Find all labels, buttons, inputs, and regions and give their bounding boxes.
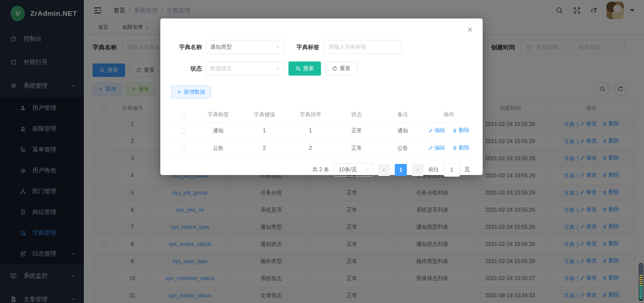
actions-cell: 编辑 删除: [426, 139, 472, 157]
prev-page-button[interactable]: [378, 164, 390, 176]
modal-pagination: 共 2 条 10条/页 1 前往 页: [171, 163, 472, 177]
modal-form-row-2: 状态 数据状态 搜索 重置: [171, 61, 472, 76]
dict-label-cell: 公告: [195, 139, 241, 157]
dict-value-cell: 2: [241, 139, 288, 157]
modal-dict-label-input[interactable]: [323, 40, 402, 54]
modal-header-remark: 备注: [380, 108, 426, 122]
remark-cell: 通知: [380, 122, 426, 139]
dict-value-cell: 1: [241, 122, 288, 139]
minimap-segment: [639, 286, 643, 300]
row-select-cell: [171, 122, 195, 139]
chevron-down-icon: [275, 45, 280, 49]
page-size-select[interactable]: 10条/页: [334, 163, 373, 177]
modal-status-select[interactable]: 数据状态: [206, 61, 284, 76]
modal-dict-name-select[interactable]: 通知类型: [206, 40, 284, 54]
jump-page-input[interactable]: [444, 163, 460, 177]
row-edit-link[interactable]: 编辑: [428, 144, 445, 152]
dict-sort-cell: 1: [287, 122, 334, 139]
chevron-down-icon: [365, 168, 370, 172]
modal-header-select-all: [171, 108, 195, 122]
modal-table-header-row: 字典标签 字典键值 字典排序 状态 备注 操作: [171, 108, 472, 122]
dict-data-dialog: × 字典名称 通知类型 字典标签 状态 数据状态 搜索 重置: [160, 18, 483, 175]
minimap-segment: [639, 264, 643, 275]
actions-cell: 编辑 删除: [426, 122, 472, 139]
select-all-checkbox[interactable]: [180, 113, 186, 118]
modal-status-label: 状态: [171, 65, 202, 73]
modal-header-label: 字典标签: [195, 108, 241, 122]
modal-table-row: 通知 1 1 正常 通知 编辑 删除: [171, 122, 472, 139]
row-delete-link[interactable]: 删除: [452, 144, 469, 152]
row-delete-link[interactable]: 删除: [452, 127, 469, 134]
modal-header-actions: 操作: [426, 108, 472, 122]
row-checkbox[interactable]: [180, 128, 186, 134]
chevron-down-icon: [275, 66, 280, 71]
close-icon[interactable]: ×: [468, 25, 473, 34]
remark-cell: 公告: [380, 139, 426, 157]
dict-label-cell: 通知: [195, 122, 241, 139]
modal-dict-name-label: 字典名称: [171, 43, 202, 51]
modal-add-data-button[interactable]: 新增数据: [171, 86, 211, 98]
dict-data-table: 字典标签 字典键值 字典排序 状态 备注 操作 通知 1 1 正常 通知 编: [171, 108, 472, 157]
modal-header-status: 状态: [334, 108, 380, 122]
status-cell: 正常: [334, 122, 380, 139]
dict-sort-cell: 2: [287, 139, 334, 157]
minimap-segment: [639, 275, 643, 286]
row-checkbox[interactable]: [180, 146, 186, 151]
row-select-cell: [171, 139, 195, 157]
pagination-total: 共 2 条: [312, 166, 329, 173]
jump-prefix: 前往: [428, 166, 439, 173]
minimap-scrollbar[interactable]: [639, 263, 643, 301]
select-value: 通知类型: [210, 44, 275, 51]
modal-search-button[interactable]: 搜索: [288, 61, 321, 76]
modal-reset-button[interactable]: 重置: [325, 61, 358, 76]
page-number-button[interactable]: 1: [395, 164, 407, 176]
modal-header-sort: 字典排序: [287, 108, 334, 122]
jump-suffix: 页: [465, 166, 470, 173]
modal-table-row: 公告 2 2 正常 公告 编辑 删除: [171, 139, 472, 157]
status-cell: 正常: [334, 139, 380, 157]
modal-header-value: 字典键值: [241, 108, 288, 122]
modal-dict-label-label: 字典标签: [288, 43, 319, 51]
row-edit-link[interactable]: 编辑: [428, 127, 445, 134]
modal-form-row-1: 字典名称 通知类型 字典标签: [171, 40, 472, 54]
next-page-button[interactable]: [412, 164, 424, 176]
select-placeholder: 数据状态: [210, 65, 275, 72]
